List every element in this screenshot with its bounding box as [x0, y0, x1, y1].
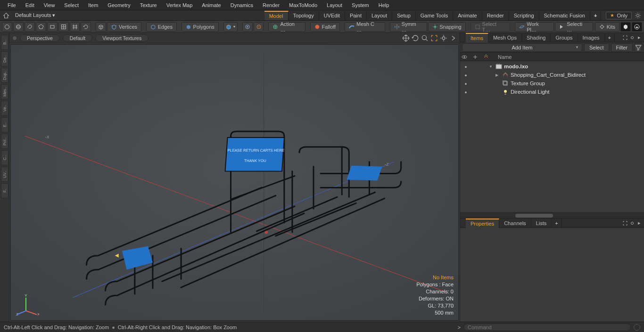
orbit-icon[interactable] [412, 34, 419, 42]
items-tab-items[interactable]: Items [466, 33, 488, 42]
select-button[interactable]: Select [584, 43, 609, 52]
tree-row-texture-group[interactable]: Texture Group [460, 79, 644, 88]
visibility-column-icon[interactable] [462, 54, 470, 60]
unreal-icon[interactable] [632, 22, 642, 32]
tool-b-icon[interactable] [254, 22, 264, 32]
vertices-mode[interactable]: Vertices [107, 22, 141, 32]
symmetry-button[interactable]: Symm … [390, 22, 427, 32]
pan-icon[interactable] [402, 34, 410, 42]
next-icon[interactable] [449, 34, 457, 42]
tab-add[interactable]: + [590, 11, 601, 20]
menu-vertex-map[interactable]: Vertex Map [162, 0, 198, 10]
items-tree[interactable]: ▼modo.lxo▶Shopping_Cart_Corral_BidirectT… [460, 61, 644, 212]
action-center[interactable]: Action … [268, 22, 305, 32]
tab-schematic-fusion[interactable]: Schematic Fusion [539, 11, 590, 20]
tool-a-icon[interactable] [242, 22, 253, 32]
side-tab-de[interactable]: De.. [1, 51, 8, 66]
prim-hash-icon[interactable] [70, 22, 80, 32]
edges-mode[interactable]: Edges [146, 22, 177, 32]
menu-file[interactable]: File [3, 0, 21, 10]
side-tab-e[interactable]: E.. [1, 117, 8, 132]
visibility-toggle[interactable] [462, 81, 470, 86]
side-tab-uv[interactable]: UV.. [1, 167, 8, 182]
viewport-tab-perspective[interactable]: Perspective [20, 34, 60, 42]
props-tab-lists[interactable]: Lists [531, 219, 552, 228]
menu-render[interactable]: Render [258, 0, 284, 10]
tab-scripting[interactable]: Scripting [509, 11, 539, 20]
menu-texture[interactable]: Texture [135, 0, 162, 10]
props-expand-icon[interactable] [622, 220, 628, 226]
items-tab-images[interactable]: Images [578, 33, 605, 42]
tree-arrow[interactable]: ▶ [495, 73, 500, 77]
work-plane[interactable]: Work Pl… [515, 22, 554, 32]
menu-item[interactable]: Item [83, 0, 103, 10]
materials-icon[interactable]: ▾ [223, 22, 238, 32]
cube-icon[interactable] [96, 22, 106, 32]
props-menu-icon[interactable]: ▸ [636, 220, 642, 226]
maximize-icon[interactable] [430, 34, 438, 42]
prim-lasso-icon[interactable] [25, 22, 35, 32]
menu-maxtomodo[interactable]: MaxToModo [284, 0, 322, 10]
panel-menu-icon[interactable]: ▸ [636, 35, 642, 40]
prim-poly-icon[interactable] [36, 22, 46, 32]
snapping-button[interactable]: Snapping [428, 22, 466, 32]
tab-uvedit[interactable]: UVEdit [319, 11, 345, 20]
command-input[interactable]: Command [463, 324, 631, 331]
view-options-icon[interactable] [440, 34, 447, 42]
menu-select[interactable]: Select [59, 0, 83, 10]
menu-geometry[interactable]: Geometry [103, 0, 135, 10]
tab-paint[interactable]: Paint [345, 11, 367, 20]
menu-system[interactable]: System [347, 0, 374, 10]
items-tab-shading[interactable]: Shading [522, 33, 551, 42]
polygons-mode[interactable]: Polygons [182, 22, 219, 32]
tab-layout[interactable]: Layout [367, 11, 392, 20]
prim-rotate-icon[interactable] [81, 22, 91, 32]
side-tab-ve[interactable]: Ve.. [1, 101, 8, 116]
camera-dot-icon[interactable] [12, 36, 17, 40]
prim-grid-icon[interactable] [58, 22, 69, 32]
viewport-tab-textures[interactable]: Viewport Textures [95, 34, 149, 42]
side-tab-dup[interactable]: Dup.. [1, 68, 8, 83]
add-tab-button[interactable]: + [605, 33, 615, 42]
visibility-toggle[interactable] [462, 64, 470, 69]
color-column-icon[interactable] [483, 54, 492, 60]
tab-render[interactable]: Render [482, 11, 509, 20]
prim-globe-icon[interactable] [13, 22, 24, 32]
gear-icon[interactable] [635, 12, 641, 19]
record-icon[interactable] [634, 324, 640, 331]
tree-row-modo-lxo[interactable]: ▼modo.lxo [460, 62, 644, 71]
viewport-3d[interactable]: -x -z [10, 44, 459, 321]
visibility-toggle[interactable] [462, 89, 470, 95]
home-icon[interactable] [3, 12, 9, 19]
side-tab-f[interactable]: F.. [1, 183, 8, 198]
side-tab-pol[interactable]: Pol.. [1, 134, 8, 149]
tab-topology[interactable]: Topology [289, 11, 319, 20]
props-tab-channels[interactable]: Channels [499, 219, 531, 228]
items-tree-scrollbar[interactable] [460, 212, 644, 218]
items-tab-mesh-ops[interactable]: Mesh Ops [488, 33, 522, 42]
prim-circle-icon[interactable] [2, 22, 12, 32]
visibility-toggle[interactable] [462, 72, 470, 78]
tree-arrow[interactable]: ▼ [489, 65, 494, 69]
props-tab-properties[interactable]: Properties [466, 219, 499, 228]
tab-game-tools[interactable]: Game Tools [416, 11, 454, 20]
props-add-tab[interactable]: + [552, 219, 561, 228]
props-gear-icon[interactable] [629, 220, 635, 226]
side-tab-mes[interactable]: Mes.. [1, 84, 8, 99]
mesh-constraint[interactable]: Mesh C … [345, 22, 385, 32]
side-tab-b[interactable]: B.. [1, 35, 8, 50]
menu-help[interactable]: Help [374, 0, 394, 10]
filter-funnel-icon[interactable] [635, 43, 642, 52]
menu-edit[interactable]: Edit [21, 0, 39, 10]
side-tab-c[interactable]: C.. [1, 150, 8, 165]
viewport-tab-default[interactable]: Default [63, 34, 92, 42]
layout-dropdown[interactable]: Default Layouts ▾ [12, 12, 58, 18]
items-tab-groups[interactable]: Groups [551, 33, 578, 42]
tab-animate[interactable]: Animate [453, 11, 482, 20]
select-through[interactable]: Select T… [471, 22, 511, 32]
prim-rect-icon[interactable] [47, 22, 58, 32]
menu-dynamics[interactable]: Dynamics [226, 0, 258, 10]
only-toggle[interactable]: ★Only [606, 12, 632, 19]
add-item-dropdown[interactable]: Add Item▼ [462, 43, 582, 52]
tree-row-directional-light[interactable]: Directional Light [460, 88, 644, 96]
